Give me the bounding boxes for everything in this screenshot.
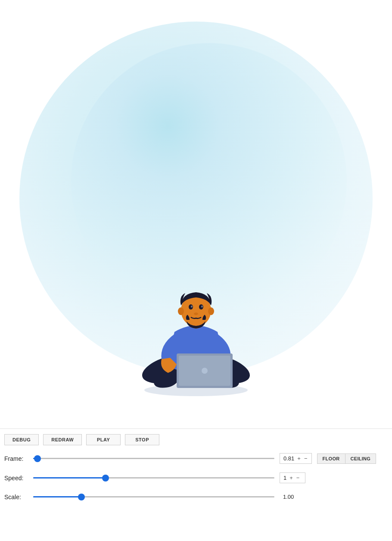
- redraw-button[interactable]: REDRAW: [43, 434, 82, 445]
- svg-point-11: [178, 307, 184, 315]
- person-illustration: [127, 237, 265, 401]
- svg-point-17: [194, 313, 198, 315]
- speed-minus-btn[interactable]: −: [296, 475, 300, 481]
- scale-value: 1.00: [280, 492, 305, 502]
- frame-value-box: 0.81 + −: [280, 453, 312, 464]
- play-button[interactable]: PLAY: [86, 434, 121, 445]
- speed-control-row: Speed: 1 + −: [0, 468, 392, 488]
- speed-value-box: 1 + −: [280, 472, 305, 483]
- scale-slider-fill: [33, 496, 81, 497]
- speed-slider-track: [33, 477, 274, 478]
- frame-slider-container[interactable]: [33, 454, 274, 463]
- speed-slider-container[interactable]: [33, 474, 274, 482]
- scale-slider-track: [33, 496, 274, 497]
- frame-value: 0.81: [283, 455, 294, 462]
- frame-minus-btn[interactable]: −: [304, 456, 308, 461]
- frame-slider-thumb[interactable]: [34, 455, 41, 462]
- frame-control-row: Frame: 0.81 + − FLOOR CEILING: [0, 449, 392, 468]
- scale-slider-thumb[interactable]: [78, 494, 85, 500]
- svg-point-15: [191, 306, 193, 308]
- toolbar-row: DEBUG REDRAW PLAY STOP: [0, 431, 392, 449]
- svg-point-8: [202, 368, 208, 374]
- svg-point-12: [208, 307, 214, 315]
- frame-slider-track: [33, 458, 274, 459]
- scale-slider-container[interactable]: [33, 493, 274, 501]
- speed-plus-btn[interactable]: +: [289, 475, 293, 481]
- speed-value: 1: [283, 475, 286, 481]
- scale-label: Scale:: [4, 494, 28, 500]
- frame-label: Frame:: [4, 455, 28, 462]
- svg-point-16: [201, 306, 203, 308]
- speed-slider-fill: [33, 477, 106, 478]
- scale-control-row: Scale: 1.00: [0, 488, 392, 506]
- floor-ceiling-group: FLOOR CEILING: [317, 453, 376, 464]
- speed-slider-thumb[interactable]: [102, 475, 109, 482]
- floor-button[interactable]: FLOOR: [317, 454, 345, 463]
- ceiling-button[interactable]: CEILING: [345, 454, 376, 463]
- frame-plus-btn[interactable]: +: [297, 456, 301, 461]
- speed-label: Speed:: [4, 475, 28, 482]
- debug-button[interactable]: DEBUG: [4, 434, 39, 445]
- stop-button[interactable]: STOP: [125, 434, 159, 445]
- controls-area: DEBUG REDRAW PLAY STOP Frame: 0.81 + − F…: [0, 418, 392, 541]
- illustration-area: [0, 0, 392, 418]
- divider: [0, 428, 392, 429]
